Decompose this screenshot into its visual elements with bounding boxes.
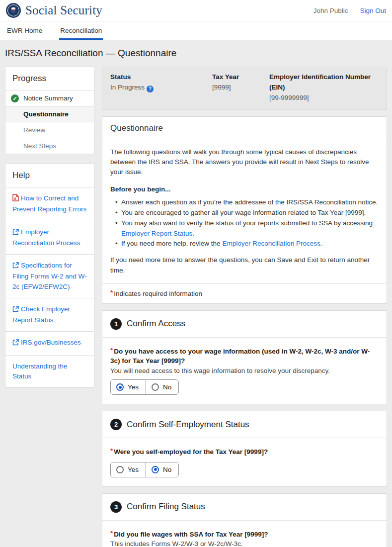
required-asterisk: * bbox=[110, 289, 113, 296]
help-link-irs-businesses[interactable]: IRS.gov/Businesses bbox=[5, 331, 94, 355]
status-value: In Progress? bbox=[110, 83, 212, 93]
help-link-label: Specifications for Filing Forms W-2 and … bbox=[12, 262, 87, 290]
external-link-icon bbox=[12, 339, 19, 349]
radio-label: Yes bbox=[128, 383, 139, 391]
bullet-item: You may also want to verify the status o… bbox=[115, 218, 379, 239]
questionnaire-intro: The following questions will walk you th… bbox=[110, 147, 379, 178]
question-text: *Were you self-employed for the Tax Year… bbox=[110, 446, 379, 457]
ssa-seal-icon bbox=[6, 3, 21, 18]
page-content: IRS/SSA Reconciliation — Questionnaire P… bbox=[0, 40, 392, 547]
questionnaire-heading: Questionnaire bbox=[102, 117, 387, 140]
questionnaire-card: Questionnaire The following questions wi… bbox=[102, 116, 387, 304]
help-link-label: Check Employer Report Status bbox=[12, 305, 70, 324]
ein-value: [99-9999999] bbox=[269, 93, 379, 103]
section-confirm-self-employment: 2 Confirm Self-Employment Status *Were y… bbox=[102, 411, 387, 487]
question-hint: This includes Forms W-2/W-3 or W-2c/W-3c… bbox=[110, 540, 379, 547]
radio-unselected-icon bbox=[152, 383, 159, 391]
pdf-icon: A bbox=[12, 194, 19, 204]
help-link-label: How to Correct and Prevent Reporting Err… bbox=[12, 194, 86, 213]
brand-title: Social Security bbox=[25, 3, 102, 17]
status-summary-bar: Status In Progress? Tax Year [9999] Empl… bbox=[102, 67, 387, 110]
progress-item-label: Review bbox=[23, 126, 45, 134]
progress-item-next-steps: Next Steps bbox=[5, 138, 94, 154]
app-header: Social Security John Public Sign Out bbox=[0, 0, 392, 21]
nav-tab-reconciliation[interactable]: Reconciliation bbox=[59, 22, 103, 40]
tax-year-label: Tax Year bbox=[212, 72, 269, 83]
q2-radio-group: Yes No bbox=[110, 462, 179, 477]
progress-item-label: Notice Summary bbox=[23, 94, 73, 102]
bullet-item: If you need more help, review the Employ… bbox=[115, 239, 379, 249]
q1-yes-radio[interactable]: Yes bbox=[111, 380, 146, 394]
tax-year-value: [9999] bbox=[212, 83, 269, 93]
question-text: *Did you file wages with SSA for Tax Yea… bbox=[110, 529, 379, 540]
section-confirm-access: 1 Confirm Access *Do you have access to … bbox=[102, 310, 387, 404]
svg-text:A: A bbox=[14, 197, 16, 200]
employer-report-status-link[interactable]: Employer Report Status. bbox=[121, 230, 194, 237]
external-link-icon bbox=[12, 262, 19, 272]
check-circle-icon: ✓ bbox=[11, 94, 19, 102]
help-link-understanding-status[interactable]: Understanding the Status bbox=[5, 355, 94, 388]
q1-radio-group: Yes No bbox=[110, 379, 179, 395]
bullet-item: Answer each question as if you’re the ad… bbox=[115, 197, 379, 208]
external-link-icon bbox=[12, 305, 19, 315]
progress-title: Progress bbox=[5, 67, 94, 90]
question-hint: You will need access to this wage inform… bbox=[110, 367, 379, 374]
required-note: Indicates required information bbox=[114, 290, 202, 297]
section-confirm-filing-status: 3 Confirm Filing Status *Did you file wa… bbox=[102, 493, 387, 547]
help-title: Help bbox=[5, 164, 94, 187]
progress-item-questionnaire[interactable]: Questionnaire bbox=[5, 106, 94, 122]
help-link-label: IRS.gov/Businesses bbox=[21, 339, 81, 346]
radio-label: No bbox=[163, 383, 171, 391]
radio-unselected-icon bbox=[116, 466, 124, 473]
step-3-badge: 3 bbox=[110, 501, 122, 513]
progress-card: Progress ✓ Notice Summary Questionnaire … bbox=[5, 67, 94, 154]
external-link-icon bbox=[12, 228, 19, 238]
radio-selected-icon bbox=[152, 466, 159, 473]
save-note: If you need more time to answer the ques… bbox=[110, 255, 379, 275]
ein-label: Employer Identification Number (EIN) bbox=[269, 72, 379, 93]
page-title: IRS/SSA Reconciliation — Questionnaire bbox=[5, 48, 387, 59]
progress-item-label: Next Steps bbox=[23, 142, 56, 150]
question-text: *Do you have access to your wage informa… bbox=[110, 346, 379, 366]
step-1-badge: 1 bbox=[110, 318, 122, 330]
q2-yes-radio[interactable]: Yes bbox=[111, 462, 146, 477]
user-name: John Public bbox=[314, 7, 348, 14]
section-title: Confirm Self-Employment Status bbox=[127, 420, 249, 430]
progress-item-review: Review bbox=[5, 122, 94, 138]
bullet-item: You are encouraged to gather all your wa… bbox=[115, 208, 379, 218]
help-link-label: Understanding the Status bbox=[12, 363, 67, 380]
status-label: Status bbox=[110, 72, 212, 83]
help-link-specifications[interactable]: Specifications for Filing Forms W-2 and … bbox=[5, 254, 94, 298]
primary-nav: EWR Home Reconciliation bbox=[0, 21, 392, 40]
q2-no-radio[interactable]: No bbox=[146, 462, 178, 477]
help-link-reporting-errors[interactable]: AHow to Correct and Prevent Reporting Er… bbox=[5, 187, 94, 221]
help-link-reconciliation-process[interactable]: Employer Reconciliation Process bbox=[5, 221, 94, 255]
nav-tab-ewr-home[interactable]: EWR Home bbox=[6, 22, 43, 40]
section-title: Confirm Access bbox=[127, 319, 185, 329]
section-title: Confirm Filing Status bbox=[127, 502, 205, 512]
q1-no-radio[interactable]: No bbox=[146, 380, 178, 394]
help-card: Help AHow to Correct and Prevent Reporti… bbox=[5, 164, 94, 388]
employer-reconciliation-process-link[interactable]: Employer Reconciliation Process. bbox=[222, 240, 322, 247]
progress-item-label: Questionnaire bbox=[23, 110, 69, 118]
before-you-begin-heading: Before you begin... bbox=[110, 184, 379, 194]
radio-label: Yes bbox=[128, 466, 139, 473]
sign-out-link[interactable]: Sign Out bbox=[360, 7, 386, 14]
help-link-label: Employer Reconciliation Process bbox=[12, 228, 80, 247]
step-2-badge: 2 bbox=[110, 419, 122, 430]
radio-selected-icon bbox=[116, 383, 124, 391]
help-link-check-report-status[interactable]: Check Employer Report Status bbox=[5, 298, 94, 332]
status-help-icon[interactable]: ? bbox=[147, 86, 154, 92]
radio-label: No bbox=[163, 466, 171, 473]
progress-item-notice-summary[interactable]: ✓ Notice Summary bbox=[5, 90, 94, 106]
required-note-row: *Indicates required information bbox=[102, 283, 387, 303]
before-you-begin-list: Answer each question as if you’re the ad… bbox=[115, 197, 379, 250]
